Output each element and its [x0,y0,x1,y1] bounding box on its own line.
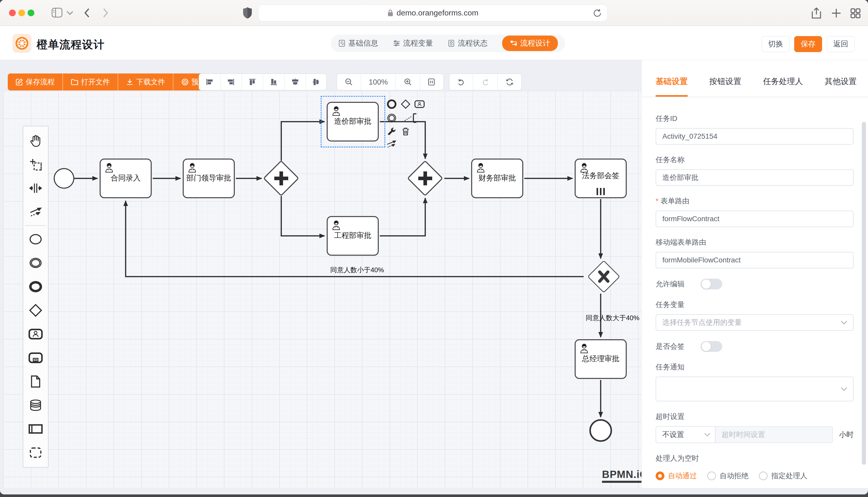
form-route-field[interactable]: formFlowContract [656,211,854,227]
user-icon [103,162,115,173]
zoom-out-button[interactable] [337,74,361,90]
download-icon [126,78,134,86]
task-label: 部门领导审批 [184,173,234,183]
countersign-toggle[interactable] [701,341,722,352]
page-title: 橙单流程设计 [37,38,105,52]
close-window-button[interactable] [9,10,16,16]
save-flow-button[interactable]: 保存流程 [8,73,63,90]
back-to-list-button[interactable]: 返回 [827,36,855,52]
form-icon [338,40,346,47]
align-right-button[interactable] [221,74,242,90]
append-intermediate-event-icon[interactable] [386,112,397,124]
button-label: 保存流程 [26,77,55,87]
allow-edit-toggle[interactable] [701,279,722,289]
allow-edit-label: 允许编辑 [656,279,685,289]
task-engineering-dept-approval[interactable]: 工程部审批 [327,216,379,256]
tab-flow-status[interactable]: 流程状态 [447,38,488,48]
timeout-unit-label: 小时 [839,430,854,440]
new-tab-icon[interactable] [830,7,842,19]
required-asterisk: * [656,197,659,205]
user-icon [330,219,342,231]
zoom-fit-button[interactable] [420,74,442,90]
task-general-manager-approval[interactable]: 总经理审批 [575,339,627,379]
align-top-button[interactable] [242,74,263,90]
reset-button[interactable] [498,74,521,90]
privacy-shield-icon[interactable] [242,7,253,19]
tab-task-assignee[interactable]: 任务处理人 [763,76,803,97]
align-bottom-button[interactable] [263,74,285,90]
tab-overview-icon[interactable] [850,7,861,19]
task-name-field[interactable]: 造价部审批 [656,169,854,186]
task-notify-select[interactable] [656,377,854,401]
radio-auto-approve[interactable]: 自动通过 [656,471,697,481]
task-label: 财务部审批 [472,173,522,183]
append-gateway-icon[interactable] [400,98,411,110]
task-contract-entry[interactable]: 合同录入 [100,158,152,198]
download-file-button[interactable]: 下载文件 [118,73,174,90]
trash-icon[interactable] [400,126,411,137]
append-user-task-icon[interactable] [414,98,425,110]
task-cost-dept-approval[interactable]: 造价部审批 [327,102,379,142]
open-file-button[interactable]: 打开文件 [63,73,118,90]
timeout-value-field[interactable]: 超时时间设置 [716,426,833,443]
radio-auto-reject[interactable]: 自动拒绝 [707,471,748,481]
tab-flow-variables[interactable]: 流程变量 [393,38,433,48]
save-button[interactable]: 保存 [794,36,822,52]
task-legal-dept-countersign[interactable]: 法务部会签 [575,158,627,198]
bpmn-edges [3,91,642,488]
tab-basic-info[interactable]: 基础信息 [338,38,378,48]
tab-basic-settings[interactable]: 基础设置 [656,76,688,97]
document-status-icon [447,40,455,47]
redo-button[interactable] [473,74,498,90]
form-route-label: *表单路由 [656,196,854,206]
task-label: 工程部审批 [328,230,378,241]
share-icon[interactable] [811,7,822,19]
append-text-annotation-icon[interactable] [400,112,420,124]
browser-titlebar: demo.orangeforms.com [0,0,868,26]
append-end-event-icon[interactable] [386,98,397,110]
zoom-level[interactable]: 100% [361,74,396,90]
minimize-window-button[interactable] [18,10,25,16]
start-event[interactable] [54,168,74,189]
tab-label: 基础信息 [348,38,378,48]
radio-assign-handler[interactable]: 指定处理人 [759,471,807,481]
bpmn-io-watermark[interactable]: BPMN.iO [602,469,648,483]
panel-scrollbar[interactable] [862,122,866,465]
end-event[interactable] [589,419,612,442]
zoom-toolbar: 100% [336,73,444,90]
refresh-icon[interactable] [592,8,602,18]
task-finance-dept-approval[interactable]: 财务部审批 [471,158,523,198]
mobile-form-route-field[interactable]: formMobileFlowContract [656,252,854,268]
edge-label-lt40[interactable]: 同意人数小于40% [330,266,384,274]
zoom-in-button[interactable] [396,74,420,90]
task-dept-leader-approval[interactable]: 部门领导审批 [183,158,235,198]
tab-button-settings[interactable]: 按钮设置 [709,76,741,97]
timeout-select[interactable]: 不设置 [656,426,716,443]
tab-flow-design[interactable]: 流程设计 [502,36,558,51]
undo-button[interactable] [450,74,473,90]
task-id-field[interactable]: Activity_0725154 [656,128,854,145]
user-icon [186,162,198,173]
edge-label-gt40[interactable]: 同意人数大于40% [586,313,639,323]
address-bar[interactable]: demo.orangeforms.com [258,4,608,22]
align-center-horizontal-button[interactable] [285,74,306,90]
tab-other-settings[interactable]: 其他设置 [825,76,857,97]
app-header: 橙单流程设计 基础信息 流程变量 流程状态 流程设计 切换 保存 返回 [0,26,868,60]
task-variable-select[interactable]: 选择任务节点使用的变量 [656,314,854,331]
align-center-vertical-button[interactable] [306,74,326,90]
switch-button[interactable]: 切换 [762,36,789,52]
wrench-icon[interactable] [386,126,397,137]
task-name-label: 任务名称 [656,155,854,165]
align-left-button[interactable] [199,74,221,90]
url-text: demo.orangeforms.com [397,9,478,17]
connect-tool-icon[interactable] [386,139,397,150]
sidebar-icon[interactable] [51,7,63,18]
bpmn-canvas[interactable]: 合同录入 部门领导审批 造价部审批 工程部审批 财务部审批 法务部会签 总经理审… [3,91,642,488]
countersign-label: 是否会签 [656,342,685,351]
chevron-down-icon[interactable] [67,11,73,15]
zoom-window-button[interactable] [28,10,34,16]
back-button[interactable] [82,7,92,18]
radio-icon [759,471,768,480]
forward-button[interactable] [100,7,110,18]
empty-handler-label: 处理人为空时 [656,453,854,463]
